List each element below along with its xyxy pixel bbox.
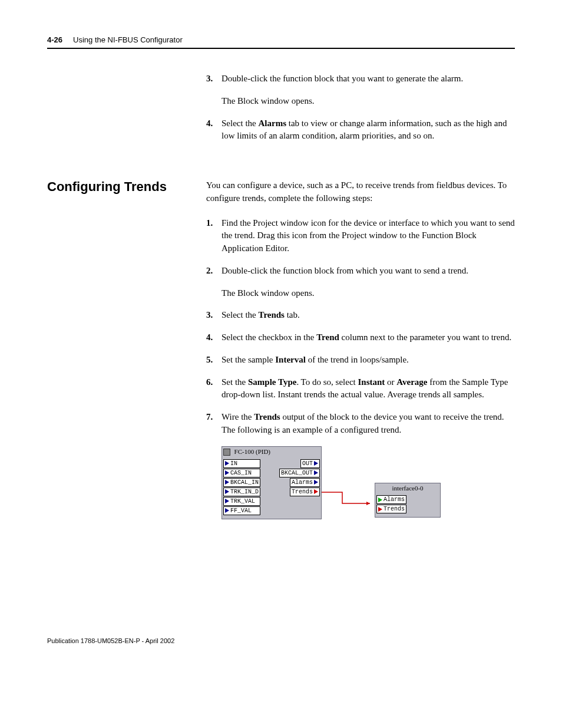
list-text: Double-click the function block that you… [222, 73, 515, 85]
triangle-icon [314, 480, 318, 485]
triangle-icon [225, 470, 229, 475]
port-in: BKCAL_IN [223, 478, 260, 487]
header-title: Using the NI-FBUS Configurator [73, 35, 183, 44]
list-text: Set the Sample Type. To do so, select In… [222, 376, 515, 402]
section-heading: Configuring Trends [47, 179, 206, 195]
list-text: Select the checkbox in the Trend column … [222, 331, 515, 344]
wire-connection [322, 459, 375, 506]
port-out-trends: Trends [290, 487, 320, 496]
bold-text: Trend [316, 332, 339, 342]
triangle-icon [225, 480, 229, 485]
section-row: Configuring Trends You can configure a d… [47, 179, 515, 519]
bold-text: Sample Type [248, 377, 296, 387]
block-icon [223, 449, 230, 456]
list-text: Set the sample Interval of the trend in … [222, 354, 515, 367]
list-item: 7. Wire the Trends output of the block t… [206, 411, 515, 437]
bold-text: Trends [258, 310, 284, 319]
port-in: TRK_IN_D [223, 487, 260, 496]
port-out: BKCAL_OUT [279, 469, 320, 477]
list-item: 4. Select the checkbox in the Trend colu… [206, 331, 515, 344]
list-number: 3. [206, 73, 222, 85]
list-number: 4. [206, 331, 222, 344]
interface-title: interface0-0 [375, 483, 440, 493]
list-item: 4. Select the Alarms tab to view or chan… [206, 117, 515, 143]
list-number: 5. [206, 354, 222, 367]
list-item: 2. Double-click the function block from … [206, 265, 515, 278]
header-rule [47, 48, 515, 49]
list-text: Wire the Trends output of the block to t… [222, 411, 515, 437]
triangle-icon [378, 498, 382, 502]
list-text: Select the Alarms tab to view or change … [222, 117, 515, 143]
page-footer: Publication 1788-UM052B-EN-P - April 200… [47, 637, 515, 644]
triangle-icon [314, 470, 318, 475]
port-in-alarms: Alarms [376, 495, 406, 504]
function-block-box: FC-100 (PID) IN CAS_IN BKCAL_IN TRK_IN_D… [222, 446, 322, 519]
bold-text: Instant [358, 377, 385, 387]
port-out: OUT [300, 459, 320, 468]
interface-block-box: interface0-0 Alarms Trends [375, 483, 441, 518]
list-item: 3. Double-click the function block that … [206, 73, 515, 85]
list-item: 1. Find the Project window icon for the … [206, 217, 515, 255]
list-number: 3. [206, 309, 222, 322]
bold-text: Average [396, 377, 427, 387]
list-item: 5. Set the sample Interval of the trend … [206, 354, 515, 367]
port-in: IN [223, 459, 260, 468]
port-out: Alarms [290, 478, 320, 487]
list-text: Find the Project window icon for the dev… [222, 217, 515, 255]
block-title: FC-100 (PID) [234, 448, 270, 455]
list-number: 1. [206, 217, 222, 255]
page-number: 4-26 [47, 35, 62, 44]
trend-example-figure: FC-100 (PID) IN CAS_IN BKCAL_IN TRK_IN_D… [222, 446, 515, 519]
port-in-trends: Trends [376, 505, 406, 513]
intro-paragraph: You can configure a device, such as a PC… [206, 179, 515, 205]
list-text: Select the Trends tab. [222, 309, 515, 322]
input-ports: IN CAS_IN BKCAL_IN TRK_IN_D TRK_VAL FF_V… [223, 459, 260, 515]
bold-text: Interval [275, 355, 306, 364]
list-number: 7. [206, 411, 222, 437]
document-page: 4-26 Using the NI-FBUS Configurator 3. D… [0, 0, 562, 680]
top-list-row: 3. Double-click the function block that … [47, 73, 515, 152]
bold-text: Alarms [258, 118, 286, 128]
body-paragraph: The Block window opens. [222, 287, 515, 300]
triangle-icon [225, 461, 229, 466]
list-item: 6. Set the Sample Type. To do so, select… [206, 376, 515, 402]
output-ports: OUT BKCAL_OUT Alarms Trends [279, 459, 320, 515]
list-text: Double-click the function block from whi… [222, 265, 515, 278]
triangle-icon [225, 489, 229, 494]
port-in: FF_VAL [223, 506, 260, 515]
list-item: 3. Select the Trends tab. [206, 309, 515, 322]
port-in: TRK_VAL [223, 497, 260, 506]
body-paragraph: The Block window opens. [222, 95, 515, 108]
list-number: 4. [206, 117, 222, 143]
triangle-icon [314, 489, 318, 494]
list-number: 6. [206, 376, 222, 402]
triangle-icon [314, 461, 318, 466]
triangle-icon [378, 507, 382, 512]
triangle-icon [225, 499, 229, 503]
port-in: CAS_IN [223, 469, 260, 477]
page-header: 4-26 Using the NI-FBUS Configurator [47, 35, 515, 44]
bold-text: Trends [254, 412, 280, 421]
triangle-icon [225, 508, 229, 513]
list-number: 2. [206, 265, 222, 278]
svg-marker-0 [366, 502, 370, 505]
